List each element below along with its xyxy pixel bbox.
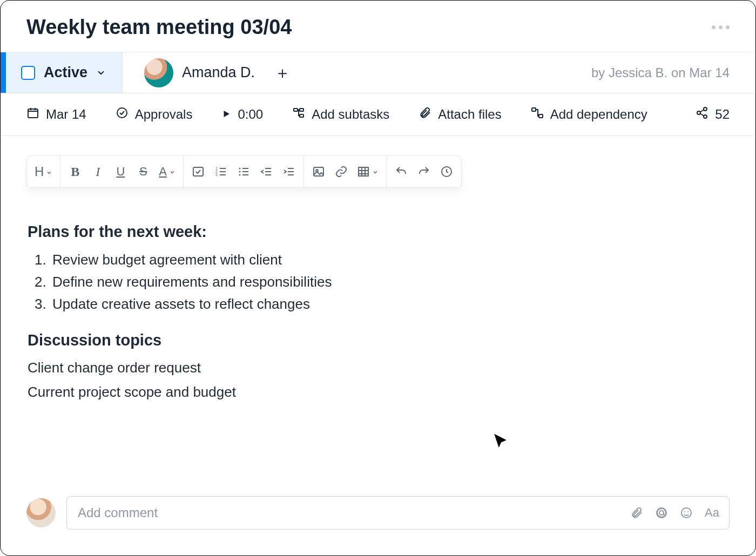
- add-subtasks-button[interactable]: Add subtasks: [292, 106, 389, 123]
- cursor-icon: [492, 432, 510, 453]
- add-dependency-label: Add dependency: [550, 107, 647, 122]
- chevron-down-icon: [96, 68, 106, 78]
- attach-icon[interactable]: [630, 506, 643, 519]
- document-body[interactable]: Plans for the next week: Review budget a…: [26, 188, 730, 403]
- svg-point-1: [117, 108, 127, 118]
- history-button[interactable]: [440, 163, 454, 180]
- svg-point-24: [684, 511, 685, 512]
- list-item[interactable]: Review budget agreement with client: [50, 249, 728, 270]
- comment-box[interactable]: Aa: [66, 496, 730, 530]
- svg-text:3: 3: [215, 173, 218, 177]
- bullet-list-button[interactable]: [237, 163, 251, 180]
- task-title[interactable]: Weekly team meeting 03/04: [26, 16, 292, 39]
- svg-rect-3: [300, 109, 303, 111]
- insert-image-button[interactable]: [312, 163, 326, 180]
- svg-point-16: [239, 174, 241, 176]
- insert-link-button[interactable]: [334, 163, 348, 180]
- svg-point-14: [239, 168, 241, 169]
- rich-text-toolbar: H B I U S A 123: [26, 155, 462, 188]
- dependency-icon: [531, 106, 544, 123]
- redo-button[interactable]: [417, 163, 431, 180]
- doc-heading-plans[interactable]: Plans for the next week:: [28, 220, 728, 244]
- chevron-down-icon: [169, 165, 176, 179]
- play-icon: [221, 107, 231, 122]
- svg-rect-5: [532, 108, 536, 111]
- due-date-button[interactable]: Mar 14: [26, 106, 86, 123]
- list-item[interactable]: Define new requirements and responsibili…: [50, 272, 728, 293]
- numbered-list-button[interactable]: 123: [214, 163, 228, 180]
- add-subtasks-label: Add subtasks: [312, 107, 389, 122]
- svg-rect-2: [294, 109, 298, 111]
- svg-point-9: [704, 115, 707, 118]
- timer-button[interactable]: 0:00: [221, 107, 263, 122]
- list-item[interactable]: Update creative assets to reflect change…: [50, 294, 728, 315]
- undo-button[interactable]: [394, 163, 408, 180]
- svg-point-15: [239, 171, 241, 173]
- insert-table-button[interactable]: [357, 163, 379, 180]
- emoji-icon[interactable]: [680, 506, 693, 519]
- svg-rect-19: [359, 167, 368, 176]
- outdent-button[interactable]: [259, 163, 273, 180]
- svg-point-25: [687, 511, 688, 512]
- plans-list[interactable]: Review budget agreement with client Defi…: [28, 249, 728, 315]
- svg-rect-4: [300, 114, 303, 117]
- svg-rect-0: [28, 109, 38, 118]
- strikethrough-button[interactable]: S: [136, 163, 150, 180]
- status-dropdown[interactable]: Active: [6, 52, 123, 93]
- mention-icon[interactable]: [655, 506, 668, 519]
- status-label: Active: [44, 64, 87, 81]
- svg-point-23: [681, 508, 691, 518]
- svg-point-22: [659, 511, 664, 515]
- subtasks-icon: [292, 106, 305, 123]
- approvals-label: Approvals: [135, 107, 193, 122]
- chevron-down-icon: [372, 165, 379, 179]
- attach-files-label: Attach files: [438, 107, 501, 122]
- svg-rect-17: [314, 167, 323, 176]
- assignee-avatar[interactable]: [144, 58, 173, 87]
- calendar-icon: [26, 106, 39, 123]
- complete-checkbox[interactable]: [21, 66, 35, 80]
- add-dependency-button[interactable]: Add dependency: [531, 106, 647, 123]
- doc-heading-discussion[interactable]: Discussion topics: [28, 329, 728, 352]
- share-button[interactable]: 52: [696, 106, 730, 123]
- approvals-button[interactable]: Approvals: [116, 106, 193, 123]
- more-menu-icon[interactable]: [712, 25, 730, 29]
- share-icon: [696, 106, 708, 123]
- doc-paragraph[interactable]: Current project scope and budget: [28, 382, 728, 403]
- share-count: 52: [715, 107, 730, 122]
- current-user-avatar[interactable]: [26, 498, 56, 527]
- heading-dropdown[interactable]: H: [35, 163, 52, 180]
- bold-button[interactable]: B: [68, 163, 82, 180]
- checklist-button[interactable]: [191, 163, 205, 180]
- underline-button[interactable]: U: [113, 163, 127, 180]
- due-date-label: Mar 14: [46, 107, 86, 122]
- text-color-button[interactable]: A: [159, 163, 176, 180]
- svg-rect-10: [193, 167, 203, 176]
- formatting-toggle[interactable]: Aa: [705, 506, 719, 520]
- chevron-down-icon: [46, 164, 52, 179]
- doc-paragraph[interactable]: Client change order request: [28, 357, 728, 378]
- attach-files-button[interactable]: Attach files: [418, 106, 501, 123]
- status-accent-bar: [1, 52, 6, 93]
- assignee-name[interactable]: Amanda D.: [182, 64, 255, 81]
- svg-rect-6: [539, 114, 543, 118]
- svg-point-8: [704, 107, 707, 111]
- comment-input[interactable]: [77, 505, 620, 521]
- italic-button[interactable]: I: [91, 163, 105, 180]
- svg-point-7: [697, 111, 700, 114]
- paperclip-icon: [418, 106, 431, 123]
- indent-button[interactable]: [282, 163, 296, 180]
- created-byline: by Jessica B. on Mar 14: [591, 65, 755, 80]
- timer-value: 0:00: [238, 107, 263, 122]
- check-circle-icon: [116, 106, 129, 123]
- add-assignee-button[interactable]: ＋: [274, 65, 291, 81]
